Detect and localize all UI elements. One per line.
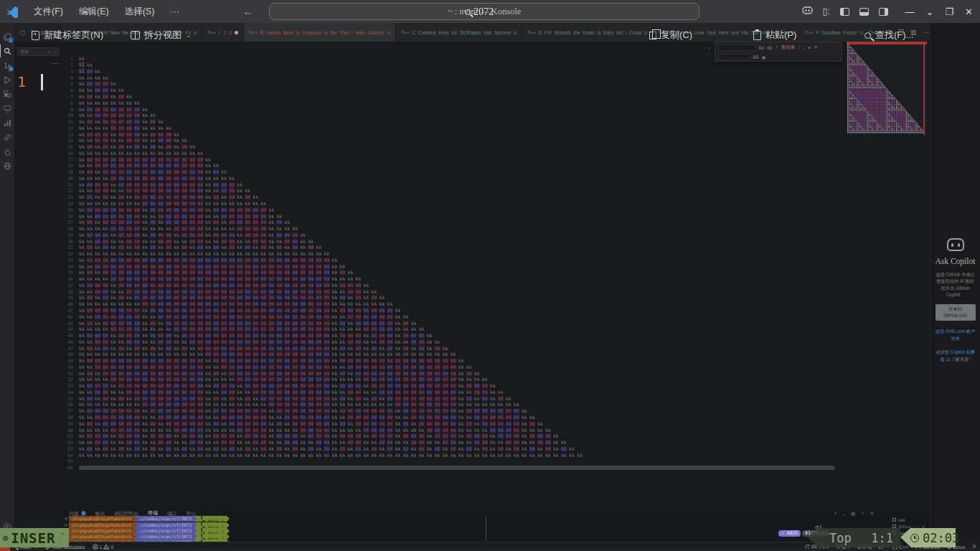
- find-next-icon[interactable]: ↓: [803, 45, 805, 50]
- token-00: 00: [229, 207, 235, 213]
- horizontal-scrollbar[interactable]: [79, 466, 835, 471]
- token-00: 00: [134, 276, 140, 282]
- remote-indicator[interactable]: ⚡: [0, 542, 10, 551]
- terminal-split-divider[interactable]: [486, 517, 486, 541]
- token-00: 00: [166, 207, 171, 213]
- activity-run-debug-icon[interactable]: [0, 73, 14, 86]
- token-00: 00: [245, 333, 250, 339]
- konsole-copy-button[interactable]: 复制(C): [649, 28, 692, 42]
- activity-extensions-icon[interactable]: [0, 88, 14, 100]
- menu-item-1[interactable]: 编辑(E): [71, 0, 117, 23]
- menu-item-2[interactable]: 选择(S): [117, 0, 163, 23]
- whole-word-icon[interactable]: ab: [767, 45, 772, 50]
- find-prev-icon[interactable]: ↑: [798, 45, 800, 50]
- token-00: 00: [284, 295, 290, 301]
- token-kk: kk: [95, 75, 100, 81]
- statusbar-os[interactable]: Linux: [943, 542, 969, 551]
- panel-action-icon[interactable]: ▤: [851, 511, 855, 517]
- activity-source-control-icon[interactable]: 3: [0, 59, 14, 72]
- search-option-icon[interactable]: ▾: [49, 50, 51, 54]
- statusbar-git-branch[interactable]: main*↻: [10, 542, 42, 551]
- konsole-paste-button[interactable]: 粘贴(P): [753, 28, 796, 42]
- panel-action-icon[interactable]: +: [834, 511, 837, 517]
- menu-item-3[interactable]: ···: [162, 0, 187, 23]
- activity-references-icon[interactable]: [0, 131, 14, 143]
- toggle-sidebar-icon[interactable]: [840, 8, 849, 16]
- token-00: 00: [245, 408, 250, 414]
- github-signin-button[interactable]: 登录到 GitHub.com: [936, 304, 976, 321]
- minimize-icon[interactable]: —: [905, 6, 915, 17]
- minimap[interactable]: [847, 42, 927, 135]
- token-kk: kk: [79, 144, 85, 150]
- ghe-signin-link[interactable]: 使用 GHE.com 帐户登录: [930, 328, 980, 342]
- konsole-split-view-button[interactable]: 拆分视图 ⌄: [131, 28, 192, 42]
- nav-back-button[interactable]: ←: [243, 6, 253, 17]
- more-actions-icon[interactable]: ···: [51, 59, 59, 67]
- token-00: 00: [182, 169, 187, 175]
- statusbar-run-testcases[interactable]: Run Testcases: [42, 542, 89, 551]
- token-kk: kk: [87, 113, 93, 118]
- account-icon[interactable]: [0, 521, 14, 534]
- statusbar-indentation[interactable]: 空格:4: [832, 542, 854, 551]
- statusbar-encoding[interactable]: UTF-8: [854, 542, 875, 551]
- command-decoration-icon[interactable]: [65, 529, 67, 532]
- panel-action-icon[interactable]: ＾: [860, 511, 865, 517]
- token-kk: kk: [95, 396, 100, 402]
- toggle-secondary-sidebar-icon[interactable]: [879, 8, 888, 16]
- token-00: 00: [182, 314, 187, 320]
- statusbar-problems[interactable]: 10: [89, 542, 118, 551]
- activity-testing-chart-icon[interactable]: [0, 116, 14, 129]
- replace-icon[interactable]: AB: [753, 55, 759, 60]
- token-kk: kk: [205, 377, 211, 382]
- search-input[interactable]: 搜索 ▾ ▢: [17, 47, 59, 56]
- match-case-icon[interactable]: Aa: [758, 45, 764, 50]
- token-00: 00: [356, 333, 362, 339]
- statusbar-go-live[interactable]: Go Live: [912, 542, 943, 551]
- replace-input[interactable]: [718, 54, 750, 60]
- terminal-list-item[interactable]: zsh: [892, 517, 925, 523]
- maximize-icon[interactable]: ❐: [945, 6, 953, 17]
- konsole-find-button[interactable]: 查找(F)...: [864, 28, 913, 42]
- statusbar-feedback[interactable]: ⟳: [969, 542, 980, 551]
- restore-icon[interactable]: ⌄: [926, 6, 934, 17]
- code-line: 37kk000000kk0000000000000000000000000000…: [63, 283, 835, 289]
- panel-action-icon[interactable]: ⌄: [842, 511, 845, 517]
- activity-search-icon[interactable]: [0, 44, 14, 57]
- command-decoration-icon[interactable]: [65, 517, 67, 520]
- panel-action-icon[interactable]: ✕: [870, 511, 874, 517]
- regex-icon[interactable]: .*: [775, 45, 778, 50]
- activity-remote-explorer-icon[interactable]: [0, 102, 14, 115]
- token-00: 00: [276, 396, 282, 402]
- find-in-selection-icon[interactable]: ≡: [809, 45, 811, 50]
- toggle-panel-icon[interactable]: [859, 8, 869, 16]
- command-decoration-icon[interactable]: [65, 535, 67, 538]
- token-00: 00: [174, 220, 179, 225]
- command-decoration-icon[interactable]: [65, 524, 67, 527]
- search-option-icon[interactable]: ▢: [52, 50, 56, 54]
- token-00: 00: [126, 169, 132, 175]
- activity-globe-icon[interactable]: [0, 159, 14, 172]
- find-toggle-chevron-icon[interactable]: ⌄: [707, 44, 712, 50]
- customize-layout-icon[interactable]: ▯:: [823, 6, 830, 17]
- statusbar-eol[interactable]: LF: [875, 542, 888, 551]
- token-00: 00: [126, 421, 132, 427]
- find-input[interactable]: [718, 44, 755, 51]
- token-00: 00: [213, 245, 219, 250]
- copilot-icon[interactable]: [802, 6, 813, 17]
- konsole-new-tab-button[interactable]: 新建标签页(N): [32, 28, 103, 42]
- token-00: 00: [95, 440, 100, 446]
- close-icon[interactable]: ✕: [965, 6, 973, 17]
- token-kk: kk: [182, 138, 187, 143]
- command-center-search[interactable]: 2072: [465, 6, 494, 18]
- line-tokens: kk00kk00kk00kk00000000000000000000000000…: [79, 295, 385, 301]
- activity-hand-icon[interactable]: [0, 145, 14, 158]
- code-editor[interactable]: 1kk2kkkk3kk00kk4kkkkkkkk5kk000000kk6kkkk…: [63, 42, 927, 509]
- find-close-icon[interactable]: ✕: [814, 44, 817, 50]
- replace-all-icon[interactable]: ▣: [762, 55, 766, 60]
- token-00: 00: [103, 364, 108, 370]
- line-tokens: kk000000kk000000000000000000000000000000…: [79, 283, 369, 288]
- token-00: 00: [324, 270, 329, 276]
- token-kk: kk: [103, 75, 108, 81]
- token-00: 00: [561, 446, 567, 452]
- menu-item-0[interactable]: 文件(F): [26, 0, 71, 23]
